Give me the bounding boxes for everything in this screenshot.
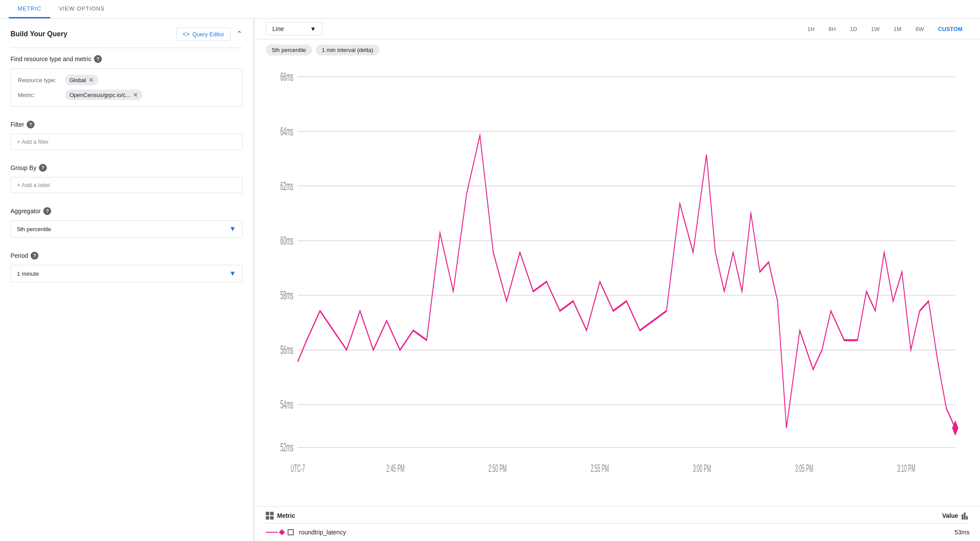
period-help-icon[interactable]: ? <box>31 252 38 260</box>
chart-legend: Metric Value roundtrip_l <box>255 506 980 541</box>
grid-icon <box>266 512 274 520</box>
legend-diamond-icon <box>279 529 285 535</box>
resource-type-row: Resource type: Global ✕ <box>18 75 235 85</box>
svg-text:2:50 PM: 2:50 PM <box>489 462 507 474</box>
legend-divider <box>266 523 970 524</box>
filter-label: Filter ? <box>10 121 243 128</box>
chart-type-dropdown-icon: ▼ <box>310 25 316 32</box>
svg-text:54ms: 54ms <box>280 398 293 411</box>
svg-text:64ms: 64ms <box>280 125 293 138</box>
chart-area: .chart-grid { stroke: #e0e0e0; stroke-wi… <box>255 57 980 506</box>
svg-text:52ms: 52ms <box>280 441 293 454</box>
column-icon <box>962 512 970 520</box>
collapse-button[interactable]: ⌃ <box>236 29 243 39</box>
period-select[interactable]: 1 minute ▼ <box>10 265 243 282</box>
period-value: 1 minute <box>17 270 39 277</box>
chart-type-select[interactable]: Line ▼ <box>266 22 323 35</box>
svg-text:2:55 PM: 2:55 PM <box>591 462 609 474</box>
legend-value-col: Value <box>942 512 970 520</box>
period-label: Period ? <box>10 252 243 260</box>
metric-label: Metric: <box>18 92 62 98</box>
resource-type-value: Global <box>70 77 86 83</box>
svg-text:58ms: 58ms <box>280 288 293 302</box>
metric-chip[interactable]: OpenCensus/grpc.io/c... ✕ <box>65 90 142 100</box>
period-dropdown-icon: ▼ <box>229 270 236 277</box>
top-tabs-bar: METRIC VIEW OPTIONS <box>0 0 980 19</box>
code-icon: <> <box>183 31 190 38</box>
chart-type-label: Line <box>272 25 284 32</box>
legend-header: Metric Value <box>266 512 970 520</box>
chart-toolbar: Line ▼ 1H 6H 1D 1W 1M 6W CUSTOM <box>255 19 980 39</box>
svg-text:UTC-7: UTC-7 <box>291 462 305 474</box>
resource-type-close-icon[interactable]: ✕ <box>89 76 94 83</box>
aggregator-dropdown-icon: ▼ <box>229 225 236 233</box>
aggregator-value: 5th percentile <box>17 226 51 232</box>
svg-text:3:05 PM: 3:05 PM <box>795 462 813 474</box>
resource-box: Resource type: Global ✕ Metric: OpenCens… <box>10 68 243 107</box>
legend-metric-value: 53ms <box>955 529 970 536</box>
add-label-button[interactable]: + Add a label <box>10 177 243 193</box>
chart-filter-chips: 5th percentile 1 min interval (delta) <box>255 39 980 57</box>
legend-metric-col: Metric <box>266 512 295 520</box>
filter-help-icon[interactable]: ? <box>27 121 35 128</box>
group-by-help-icon[interactable]: ? <box>39 164 47 172</box>
time-custom[interactable]: CUSTOM <box>931 23 970 35</box>
query-editor-label: Query Editor <box>192 31 224 38</box>
period-section: Period ? 1 minute ▼ <box>0 245 253 289</box>
right-panel: Line ▼ 1H 6H 1D 1W 1M 6W CUSTOM 5th perc… <box>255 19 980 541</box>
svg-text:60ms: 60ms <box>280 234 293 247</box>
legend-line-marker <box>266 530 284 534</box>
svg-text:62ms: 62ms <box>280 179 293 192</box>
legend-line-icon <box>266 532 278 533</box>
time-1d[interactable]: 1D <box>843 23 864 35</box>
time-1h[interactable]: 1H <box>800 23 822 35</box>
left-panel: Build Your Query <> Query Editor ⌃ Find … <box>0 19 254 541</box>
chart-svg: .chart-grid { stroke: #e0e0e0; stroke-wi… <box>262 57 973 506</box>
find-resource-label: Find resource type and metric ? <box>10 55 243 63</box>
find-resource-section: Find resource type and metric ? Resource… <box>0 48 253 114</box>
group-by-label: Group By ? <box>10 164 243 172</box>
find-resource-help-icon[interactable]: ? <box>94 55 102 63</box>
time-1m[interactable]: 1M <box>886 23 908 35</box>
metric-close-icon[interactable]: ✕ <box>133 91 138 98</box>
metric-row: Metric: OpenCensus/grpc.io/c... ✕ <box>18 90 235 100</box>
query-header: Build Your Query <> Query Editor ⌃ <box>0 19 253 48</box>
chip-5th-percentile[interactable]: 5th percentile <box>266 45 312 55</box>
time-buttons: 1H 6H 1D 1W 1M 6W CUSTOM <box>800 23 970 35</box>
svg-text:56ms: 56ms <box>280 343 293 356</box>
resource-type-label: Resource type: <box>18 77 62 83</box>
aggregator-label: Aggregator ? <box>10 207 243 215</box>
tab-view-options[interactable]: VIEW OPTIONS <box>50 0 114 18</box>
time-6h[interactable]: 6H <box>822 23 843 35</box>
legend-metric-name: roundtrip_latency <box>299 529 346 536</box>
resource-type-chip[interactable]: Global ✕ <box>65 75 98 85</box>
time-6w[interactable]: 6W <box>908 23 931 35</box>
time-1w[interactable]: 1W <box>864 23 887 35</box>
add-filter-button[interactable]: + Add a filter <box>10 134 243 150</box>
main-layout: Build Your Query <> Query Editor ⌃ Find … <box>0 19 980 541</box>
group-by-section: Group By ? + Add a label <box>0 157 253 200</box>
svg-text:66ms: 66ms <box>280 70 293 83</box>
tab-metric[interactable]: METRIC <box>9 0 50 18</box>
legend-square-icon <box>288 529 294 535</box>
svg-text:3:10 PM: 3:10 PM <box>897 462 916 474</box>
aggregator-select[interactable]: 5th percentile ▼ <box>10 220 243 238</box>
svg-text:3:00 PM: 3:00 PM <box>693 462 711 474</box>
query-title: Build Your Query <box>10 30 67 38</box>
svg-text:2:45 PM: 2:45 PM <box>386 462 405 474</box>
filter-section: Filter ? + Add a filter <box>0 114 253 157</box>
legend-row: roundtrip_latency 53ms <box>266 525 970 536</box>
query-header-right: <> Query Editor ⌃ <box>176 28 243 41</box>
query-editor-button[interactable]: <> Query Editor <box>176 28 231 41</box>
aggregator-section: Aggregator ? 5th percentile ▼ <box>0 200 253 245</box>
aggregator-help-icon[interactable]: ? <box>43 207 51 215</box>
metric-value: OpenCensus/grpc.io/c... <box>70 92 130 98</box>
chip-1min-interval[interactable]: 1 min interval (delta) <box>316 45 379 55</box>
